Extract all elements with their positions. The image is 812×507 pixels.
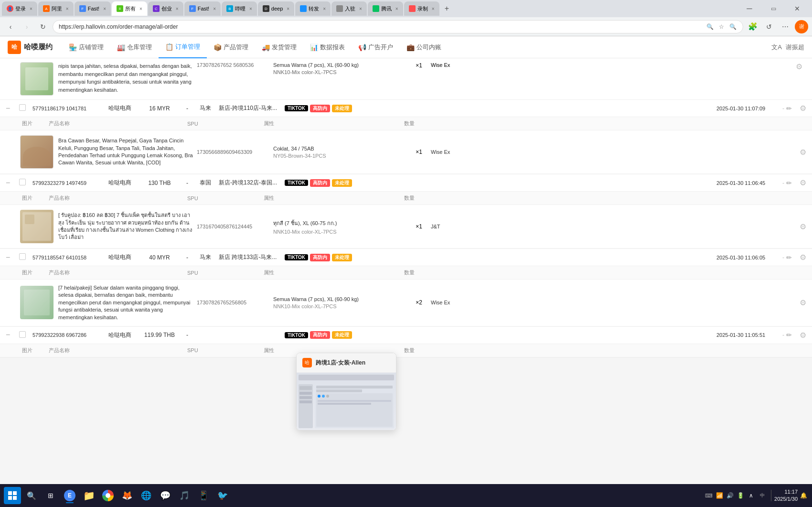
order-1-settings-icon[interactable]: ⚙ [800,104,806,113]
extensions-button[interactable]: 🧩 [746,20,759,33]
tray-keyboard[interactable]: ⌨ [704,491,714,500]
tray-ime[interactable]: 中 [757,491,768,500]
tab-6[interactable]: F Fast! × [184,1,221,16]
order-4-checkbox[interactable] [19,331,26,338]
order-3-settings-icon[interactable]: ⚙ [800,253,806,262]
order-2-settings-icon[interactable]: ⚙ [800,178,806,187]
tab-7-close[interactable]: × [249,6,252,11]
tab-12-close[interactable]: × [432,6,435,11]
order-1-edit-icon[interactable]: ✏ [786,105,792,112]
close-button[interactable]: ✕ [786,1,808,16]
order-4-tag-weichu: 未处理 [332,331,352,339]
order-3-edit-icon[interactable]: ✏ [786,254,792,261]
tab-8[interactable]: D deep × [258,1,294,16]
tab-8-close[interactable]: × [287,6,289,11]
taskbar-taskview-button[interactable]: ⊞ [42,487,59,504]
tab-4[interactable]: ≡ 所有 × [112,1,147,16]
tab-11-close[interactable]: × [395,6,398,11]
nav-company[interactable]: 💼 公司内账 [400,36,448,58]
tray-sound[interactable]: 🔊 [725,491,735,500]
order-3-checkbox[interactable] [19,253,26,260]
product-2-name-col: [ รับคูปอง: ฿160 ลด ฿30] 7 ชิ้น/แพ็ค ชุด… [58,212,197,241]
tab-5-close[interactable]: × [176,6,179,11]
product-2-settings[interactable]: ⚙ [800,222,806,231]
taskbar-app-1[interactable]: 🦊 [118,487,136,504]
start-button[interactable] [4,487,21,504]
tab-1-close[interactable]: × [30,6,32,11]
minimize-button[interactable]: ─ [738,1,760,16]
product-1-settings[interactable]: ⚙ [800,148,806,157]
order-1-product-header: 图片 产品名称 SPU 属性 数量 [0,117,812,130]
back-button[interactable]: ‹ [4,20,17,33]
tab-5-label: 创业 [161,5,172,12]
order-4-edit-icon[interactable]: ✏ [786,331,792,339]
tab-7[interactable]: B 哔哩 × [222,1,257,16]
nav-shipping[interactable]: 🚚 发货管理 [255,36,303,58]
new-tab-button[interactable]: + [440,2,454,15]
tab-5[interactable]: C 创业 × [148,1,183,16]
top-settings-icon[interactable]: ⚙ [796,62,802,71]
nav-data[interactable]: 📊 数据报表 [303,36,352,58]
tray-battery[interactable]: 🔋 [736,491,745,500]
order-1-dash: - [182,105,192,112]
order-2-edit-icon[interactable]: ✏ [786,179,792,187]
address-bar[interactable]: https://erp.hallovin.com/order-manage/al… [53,20,743,33]
tray-datetime[interactable]: 11:17 2025/1/30 [774,488,798,503]
tab-12[interactable]: 录制 × [404,1,439,16]
taskbar-search-button[interactable]: 🔍 [23,487,40,504]
order-3-tag-gaonei: 高防内 [310,254,330,261]
tab-4-close[interactable]: × [139,6,142,11]
order-3-country: 马来 [196,253,215,261]
reload-button[interactable]: ↻ [36,20,50,33]
tab-3-close[interactable]: × [103,6,106,11]
order-1-collapse[interactable]: − [6,104,15,113]
order-1-checkbox[interactable] [19,104,26,111]
taskbar-app-5[interactable]: 📱 [195,487,212,504]
forward-button[interactable]: › [20,20,33,33]
profile-button[interactable]: 谢 [795,20,808,33]
nav-warehouse[interactable]: 🏭 仓库管理 [110,36,159,58]
bookmark-icon[interactable]: 🔍 [728,22,737,31]
translate-button[interactable]: 文A [771,43,782,52]
order-3-collapse[interactable]: − [6,253,15,262]
search-icon[interactable]: 🔍 [705,22,714,31]
tab-11[interactable]: 腾讯 × [368,1,403,16]
taskbar-browser-button[interactable]: E [61,487,78,504]
sidebar-item-3 [299,396,312,399]
taskbar-chrome-button[interactable] [99,487,117,504]
star-icon[interactable]: ☆ [717,22,726,31]
nav-product[interactable]: 📦 产品管理 [207,36,255,58]
taskbar-app-2[interactable]: 🌐 [138,487,155,504]
refresh-browser-btn[interactable]: ↺ [762,20,776,33]
order-4-collapse[interactable]: − [6,331,15,339]
nav-shop[interactable]: 🏪 店铺管理 [62,36,110,58]
tab-2[interactable]: A 阿里 × [38,1,74,16]
order-2-checkbox[interactable] [19,179,26,185]
tab-9-close[interactable]: × [323,6,326,11]
tab-2-close[interactable]: × [66,6,69,11]
settings-button[interactable]: ⋯ [779,20,792,33]
nav-ads[interactable]: 📢 广告开户 [352,36,400,58]
product-3-settings[interactable]: ⚙ [800,298,806,307]
tray-notification[interactable]: 🔔 [799,491,808,500]
tab-6-close[interactable]: × [213,6,216,11]
preview-row-1 [316,386,393,388]
col-header-qty-1: 数量 [397,120,421,127]
app-2-icon: 🌐 [141,490,151,501]
taskbar-app-6[interactable]: 🐦 [214,487,231,504]
tray-network[interactable]: 📶 [715,491,724,500]
maximize-button[interactable]: ▭ [762,1,784,16]
nav-order[interactable]: 📋 订单管理 [159,36,207,58]
taskbar-files-button[interactable]: 📁 [80,487,97,504]
order-4-settings-icon[interactable]: ⚙ [800,331,806,340]
taskbar-app-3[interactable]: 💬 [157,487,174,504]
tab-1[interactable]: 👤 登录 × [2,1,37,16]
tab-9[interactable]: 转发 × [295,1,331,16]
taskbar-app-4[interactable]: 🎵 [176,487,193,504]
warehouse-icon: 🏭 [117,43,125,51]
tab-10-close[interactable]: × [359,6,362,11]
tray-more[interactable]: ∧ [746,491,756,500]
tab-10[interactable]: 入驻 × [331,1,367,16]
tab-3[interactable]: F Fast! × [75,1,111,16]
order-2-collapse[interactable]: − [6,179,15,187]
